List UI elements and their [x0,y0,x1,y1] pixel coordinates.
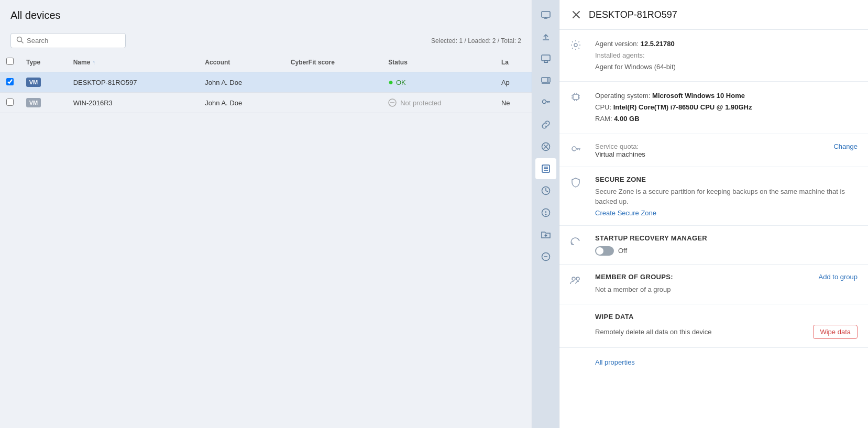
wipe-data-button[interactable]: Wipe data [813,325,858,339]
table-row[interactable]: VM DESKTOP-81RO597 John A. Doe OK Ap [0,72,532,93]
installed-agents-value-row: Agent for Windows (64-bit) [595,61,858,73]
installed-agents-value: Agent for Windows (64-bit) [595,63,676,71]
col-name[interactable]: Name ↑ [67,52,199,72]
sidebar [532,0,559,428]
row-account: John A. Doe [199,72,284,93]
os-section: Operating system: Microsoft Windows 10 H… [559,82,868,134]
wipe-data-body: WIPE DATA Remotely delete all data on th… [595,313,858,339]
row-name[interactable]: WIN-2016R3 [67,93,199,113]
quota-row: Service quota: Virtual machines Change [595,142,858,158]
row-status: OK [382,72,495,93]
row-cyberfit [284,93,382,113]
groups-icon [570,273,587,295]
status-ok: OK [388,78,489,87]
quota-content: Service quota: Virtual machines [595,142,645,158]
svg-point-34 [574,43,577,47]
key-detail-icon [570,142,587,158]
search-input[interactable] [27,37,120,45]
startup-recovery-title: STARTUP RECOVERY MANAGER [595,234,858,242]
svg-rect-10 [542,78,548,82]
settings-icon [570,38,587,73]
toggle-container: Off [595,246,858,256]
row-status: Not protected [382,93,495,113]
toggle-label: Off [618,247,627,255]
os-label: Operating system: [595,92,652,100]
right-panel: DESKTOP-81RO597 Agent version: 12.5.2178… [559,0,868,428]
selection-info: Selected: 1 / Loaded: 2 / Total: 2 [431,37,521,45]
cpu-value: Intel(R) Core(TM) i7-8650U CPU @ 1.90GHz [613,103,752,111]
sidebar-alert-icon[interactable] [535,202,556,223]
toolbar: Selected: 1 / Loaded: 2 / Total: 2 [0,29,532,52]
groups-header-row: MEMBER OF GROUPS: Add to group [595,273,858,281]
quota-body: Service quota: Virtual machines Change [595,142,858,158]
groups-body: MEMBER OF GROUPS: Add to group Not a mem… [595,273,858,295]
svg-rect-11 [548,78,550,82]
secure-zone-desc: Secure Zone is a secure partition for ke… [595,186,858,207]
service-quota-value: Virtual machines [595,150,645,158]
secure-zone-section: SECURE ZONE Secure Zone is a secure part… [559,167,868,226]
row-checkbox-cell[interactable] [0,72,20,93]
not-member-row: Not a member of a group [595,284,858,295]
sidebar-upload-icon[interactable] [535,26,556,47]
row-last: Ap [495,72,532,93]
sidebar-clock-icon[interactable] [535,180,556,201]
row-name[interactable]: DESKTOP-81RO597 [67,72,199,93]
wipe-row: Remotely delete all data on this device … [595,325,858,339]
startup-recovery-toggle[interactable] [595,246,614,256]
ram-label: RAM: [595,115,614,123]
svg-line-1 [21,41,24,43]
service-quota-section: Service quota: Virtual machines Change [559,134,868,167]
agent-version-row: Agent version: 12.5.21780 [595,38,858,50]
right-panel-content: Agent version: 12.5.21780 Installed agen… [559,30,868,375]
create-secure-zone-link[interactable]: Create Secure Zone [595,209,656,217]
vm-badge-gray: VM [26,98,41,107]
startup-recovery-body: STARTUP RECOVERY MANAGER Off [595,234,858,256]
search-box[interactable] [10,33,126,48]
svg-point-48 [572,277,575,280]
table-row[interactable]: VM WIN-2016R3 John A. Doe Not prot [0,93,532,113]
sidebar-monitor-icon[interactable] [535,48,556,69]
sidebar-device-icon[interactable] [535,4,556,25]
os-row: Operating system: Microsoft Windows 10 H… [595,90,858,102]
agent-version-section: Agent version: 12.5.21780 Installed agen… [559,30,868,82]
wipe-data-desc: Remotely delete all data on this device [595,328,712,336]
sidebar-list-icon[interactable] [535,158,556,179]
svg-rect-35 [573,94,578,100]
all-properties-section: All properties [559,348,868,375]
svg-point-49 [576,277,579,280]
sidebar-display-icon[interactable] [535,70,556,91]
row-type: VM [20,72,67,93]
row-checkbox-cell[interactable] [0,93,20,113]
detail-title: DESKTOP-81RO597 [589,9,677,20]
row-type: VM [20,93,67,113]
sidebar-folder-add-icon[interactable] [535,224,556,245]
member-groups-title: MEMBER OF GROUPS: [595,273,673,281]
ram-row: RAM: 4.00 GB [595,113,858,125]
row-checkbox[interactable] [6,78,14,85]
ram-value: 4.00 GB [614,115,639,123]
installed-agents-row: Installed agents: [595,50,858,61]
status-not-protected: Not protected [388,98,489,107]
select-all-header[interactable] [0,52,20,72]
change-link[interactable]: Change [823,142,858,150]
svg-point-13 [542,100,546,104]
sidebar-key-icon[interactable] [535,92,556,113]
svg-rect-9 [544,61,547,62]
toggle-knob [596,247,603,255]
col-status: Status [382,52,495,72]
sidebar-circle-x-icon[interactable] [535,246,556,267]
close-button[interactable] [570,8,583,21]
row-checkbox[interactable] [6,98,14,106]
wipe-data-title: WIPE DATA [595,313,858,321]
all-properties-link[interactable]: All properties [595,358,635,366]
cpu-row: CPU: Intel(R) Core(TM) i7-8650U CPU @ 1.… [595,102,858,113]
sidebar-link-icon[interactable] [535,114,556,135]
svg-point-44 [572,147,576,151]
main-layout: All devices Selected: 1 / Loaded: 2 / To… [0,0,868,428]
col-account: Account [199,52,284,72]
select-all-checkbox[interactable] [6,58,14,65]
add-to-group-link[interactable]: Add to group [819,273,858,281]
secure-zone-body: SECURE ZONE Secure Zone is a secure part… [595,175,858,217]
sidebar-cross-icon[interactable] [535,136,556,157]
agent-info-body: Agent version: 12.5.21780 Installed agen… [595,38,858,73]
